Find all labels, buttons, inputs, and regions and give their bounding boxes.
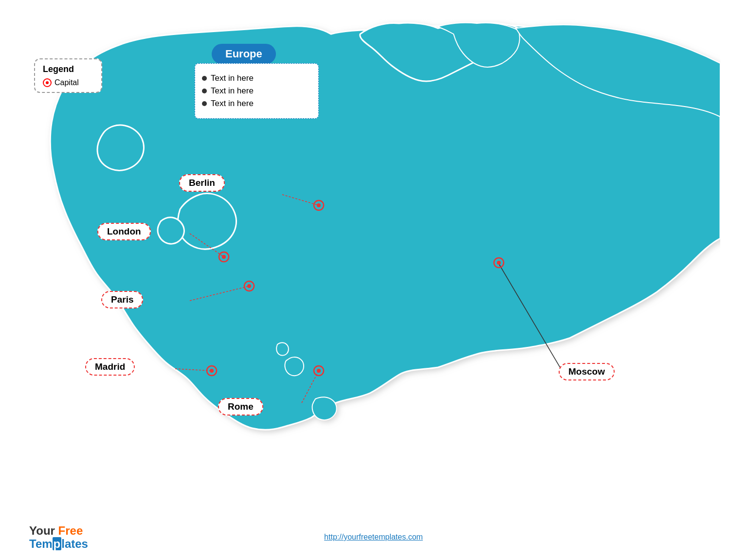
- city-label-berlin: Berlin: [179, 174, 225, 192]
- capital-inner-dot: [46, 81, 49, 84]
- moscow-text: Moscow: [568, 366, 605, 377]
- info-text-1: Text in here: [211, 73, 254, 83]
- footer-url-link[interactable]: http://yourfreetemplates.com: [324, 533, 423, 542]
- map-container: Legend Capital Europe Text in here Text …: [29, 19, 720, 487]
- svg-point-17: [497, 261, 501, 265]
- madrid-text: Madrid: [95, 361, 125, 372]
- info-item-3: Text in here: [202, 99, 309, 108]
- svg-point-11: [247, 284, 251, 288]
- bullet-3: [202, 101, 207, 106]
- info-callout-box: Text in here Text in here Text in here: [195, 63, 319, 119]
- city-label-london: London: [97, 223, 151, 240]
- footer-link-area: http://yourfreetemplates.com: [0, 533, 747, 542]
- svg-point-15: [317, 369, 321, 373]
- info-item-1: Text in here: [202, 73, 309, 83]
- svg-point-13: [210, 369, 214, 373]
- svg-point-7: [317, 203, 321, 207]
- paris-text: Paris: [111, 294, 133, 305]
- europe-map-svg: [29, 19, 720, 487]
- city-label-moscow: Moscow: [559, 363, 615, 380]
- city-label-rome: Rome: [218, 398, 263, 415]
- info-text-2: Text in here: [211, 86, 254, 96]
- info-item-2: Text in here: [202, 86, 309, 96]
- city-label-madrid: Madrid: [85, 358, 135, 376]
- legend-box: Legend Capital: [34, 58, 102, 93]
- legend-capital-item: Capital: [43, 78, 93, 87]
- capital-label: Capital: [55, 78, 79, 87]
- rome-text: Rome: [228, 401, 254, 412]
- london-text: London: [107, 226, 141, 236]
- berlin-text: Berlin: [189, 178, 215, 188]
- city-label-paris: Paris: [101, 291, 143, 308]
- legend-title: Legend: [43, 64, 93, 74]
- info-text-3: Text in here: [211, 99, 254, 108]
- bullet-2: [202, 89, 207, 93]
- bullet-1: [202, 76, 207, 81]
- europe-title-text: Europe: [225, 48, 262, 60]
- europe-title-badge: Europe: [212, 44, 276, 64]
- capital-icon: [43, 78, 52, 87]
- svg-point-9: [222, 255, 226, 259]
